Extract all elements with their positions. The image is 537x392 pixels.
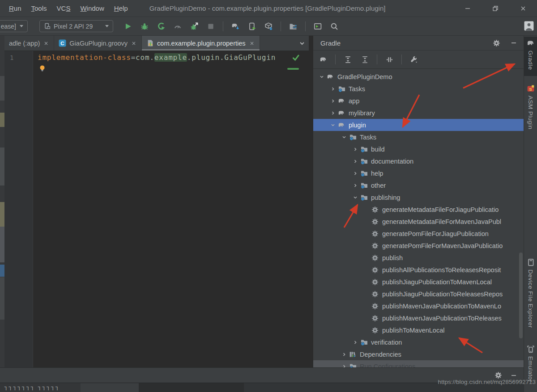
intention-lightbulb-icon[interactable] (38, 65, 46, 72)
gradle-task-generatemetadatafileforjiagupublicatio[interactable]: generateMetadataFileForJiaguPublicatio (313, 203, 524, 215)
gradle-elephant-button[interactable] (317, 53, 329, 66)
chevron-collapsed-icon[interactable] (350, 170, 360, 177)
editor-gutter: 1 (4, 51, 33, 367)
chevron-collapsed-icon[interactable] (350, 158, 360, 164)
editor[interactable]: 1 implementation-class=com.example.plugi… (4, 51, 309, 367)
chevron-collapsed-icon[interactable] (350, 339, 360, 346)
device-select[interactable]: Pixel 2 API 29 (39, 20, 113, 32)
tree-node-tasks[interactable]: Tasks (313, 83, 524, 95)
chevron-collapsed-icon[interactable] (328, 110, 338, 116)
close-tab-icon[interactable] (131, 40, 137, 46)
menu-item-label: elp (119, 4, 128, 12)
chevron-collapsed-icon[interactable] (350, 146, 360, 152)
tree-node-documentation[interactable]: documentation (313, 155, 524, 167)
phone-device-icon (44, 23, 51, 30)
stop-button[interactable] (205, 20, 217, 33)
chevron-collapsed-icon[interactable] (339, 351, 349, 358)
run-button[interactable] (122, 20, 134, 33)
menu-item-tools[interactable]: Tools (27, 3, 51, 14)
menu-item-window[interactable]: Window (76, 3, 108, 14)
tree-node-gradleplugindemo[interactable]: GradlePluginDemo (313, 71, 524, 83)
stripe-tab-asm-plugin[interactable]: SASM Plugin (524, 82, 537, 135)
debug-button[interactable] (138, 20, 151, 33)
chevron-expanded-icon[interactable] (339, 134, 349, 140)
chevron-collapsed-icon[interactable] (328, 86, 338, 92)
stripe-tab-label: Device File Explorer (527, 270, 534, 328)
gradle-task-generatepomfileformavenjavapublicatio[interactable]: generatePomFileForMavenJavaPublicatio (313, 240, 524, 252)
gradle-sync-button[interactable] (229, 20, 242, 33)
editor-tab-giaguplugin-groovy[interactable]: CGiaGuPlugin.groovy (54, 36, 142, 51)
tree-node-verification[interactable]: verification (313, 336, 524, 348)
gradle-task-publishjiagupublicationtomavenlocal[interactable]: publishJiaguPublicationToMavenLocal (313, 276, 524, 288)
tree-node-tasks[interactable]: Tasks (313, 131, 524, 143)
tree-scrollbar[interactable] (519, 253, 523, 338)
wrench-button[interactable] (408, 53, 420, 66)
inspections-ok-check-icon[interactable] (292, 54, 300, 62)
gradle-task-generatepomfileforjiagupublication[interactable]: generatePomFileForJiaguPublication (313, 228, 524, 240)
gradle-hide-button[interactable] (510, 39, 517, 46)
gradle-task-publishjiagupublicationtoreleasesrepos[interactable]: publishJiaguPublicationToReleasesRepos (313, 288, 524, 300)
tree-node-label: generateMetadataFileForJiaguPublicatio (381, 206, 499, 213)
project-structure-button[interactable] (287, 20, 299, 33)
tree-node-other[interactable]: other (313, 179, 524, 191)
tree-node-label: other (370, 182, 386, 189)
gradle-task-publish[interactable]: publish (313, 252, 524, 264)
bottom-hide-button[interactable] (510, 372, 517, 379)
profiler-button[interactable] (171, 20, 184, 33)
device-manager-button[interactable] (246, 20, 258, 33)
hidden-tabs-chevron-icon[interactable] (298, 39, 306, 47)
properties-file-icon (146, 39, 154, 47)
menu-item-run[interactable]: Run (4, 3, 26, 14)
gradle-task-publishmavenjavapublicationtoreleases[interactable]: publishMavenJavaPublicationToReleases (313, 312, 524, 324)
chevron-collapsed-icon[interactable] (350, 182, 360, 189)
apply-changes-button[interactable] (155, 20, 167, 33)
gradle-task-publishallpublicationstoreleasesreposit[interactable]: publishAllPublicationsToReleasesReposit (313, 264, 524, 276)
window-controls (454, 0, 537, 17)
gradle-task-publishmavenjavapublicationtomavenlo[interactable]: publishMavenJavaPublicationToMavenLo (313, 300, 524, 312)
tree-node-build[interactable]: build (313, 143, 524, 155)
chevron-expanded-icon[interactable] (350, 194, 360, 201)
tree-node-label: verification (370, 339, 402, 346)
tree-node-label: Tasks (359, 134, 376, 141)
tree-node-help[interactable]: help (313, 167, 524, 179)
restore-button[interactable] (482, 0, 509, 17)
gradle-settings-button[interactable] (493, 39, 500, 47)
gradle-task-publishtomavenlocal[interactable]: publishToMavenLocal (313, 324, 524, 336)
close-tab-icon[interactable] (43, 40, 49, 46)
tree-node-plugin[interactable]: plugin (313, 119, 524, 131)
tree-node-mylibrary[interactable]: mylibrary (313, 107, 524, 119)
expand-all-button[interactable] (341, 53, 354, 66)
menu-item-label: ools (34, 4, 47, 12)
rerun-debug-button[interactable] (188, 20, 200, 33)
gradle-task-generatemetadatafileformavenjavapubl[interactable]: generateMetadataFileForMavenJavaPubl (313, 215, 524, 228)
chevron-expanded-icon[interactable] (317, 74, 327, 80)
elephant-icon (327, 73, 337, 80)
tree-node-label: generatePomFileForJiaguPublication (381, 230, 489, 237)
offline-toggle-button[interactable] (383, 53, 396, 66)
chevron-collapsed-icon[interactable] (339, 363, 349, 368)
tree-node-publishing[interactable]: publishing (313, 191, 524, 203)
menu-item-help[interactable]: Help (110, 3, 132, 14)
editor-tab-com-example-plugin-properties[interactable]: com.example.plugin.properties (142, 36, 260, 51)
collapse-all-button[interactable] (358, 53, 371, 66)
minimize-button[interactable] (454, 0, 482, 17)
logcat-button[interactable] (311, 20, 324, 33)
menu-item-vcs[interactable]: VCS (52, 3, 75, 14)
tree-node-dependencies[interactable]: Dependencies (313, 348, 524, 360)
task-icon (371, 206, 381, 213)
close-tab-icon[interactable] (249, 40, 255, 46)
search-everywhere-button[interactable] (328, 20, 341, 33)
chevron-collapsed-icon[interactable] (328, 98, 338, 104)
bottom-settings-button[interactable] (494, 371, 502, 379)
editor-tab-adle-app[interactable]: adle (:app) (4, 36, 54, 51)
stripe-tab-gradle[interactable]: Gradle (524, 37, 537, 76)
tree-node-app[interactable]: app (313, 95, 524, 107)
user-avatar[interactable] (524, 21, 534, 31)
close-button[interactable] (509, 0, 537, 17)
tree-node-run-configurations[interactable]: Run Configurations (313, 360, 524, 367)
sdk-manager-button[interactable] (262, 20, 275, 33)
stripe-tab-device-file-explorer[interactable]: Device File Explorer (524, 256, 537, 337)
code-area[interactable]: implementation-class=com.example.plugin.… (33, 51, 309, 367)
run-configuration-select[interactable]: ease] (0, 20, 28, 32)
chevron-expanded-icon[interactable] (328, 122, 338, 128)
